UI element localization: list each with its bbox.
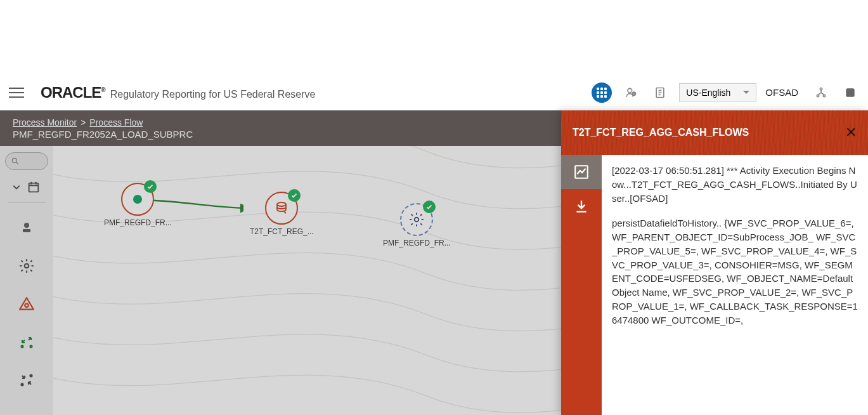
breadcrumb-separator: > <box>81 117 86 128</box>
chevron-down-icon[interactable] <box>13 183 20 191</box>
success-badge-icon <box>288 189 301 202</box>
left-sidebar <box>0 146 53 415</box>
hierarchy-icon[interactable] <box>811 82 831 103</box>
breadcrumb-link-process-monitor[interactable]: Process Monitor <box>13 117 77 128</box>
panel-header: T2T_FCT_REG_AGG_CASH_FLOWS ✕ <box>561 110 868 155</box>
chart-icon <box>573 164 590 180</box>
sidebar-expand-icon[interactable] <box>14 329 39 355</box>
database-icon <box>274 201 289 216</box>
sidebar-row-tools <box>13 180 41 194</box>
user-menu[interactable]: OFSAD <box>765 87 802 98</box>
blank-top-region <box>0 0 868 75</box>
svg-rect-6 <box>846 88 854 96</box>
sidebar-user-icon[interactable] <box>14 215 39 240</box>
svg-point-3 <box>820 88 822 89</box>
process-node-gear[interactable]: PMF_REGFD_FR... <box>383 203 451 247</box>
sidebar-collapse-icon[interactable] <box>14 367 39 393</box>
user-label: OFSAD <box>765 87 798 98</box>
svg-point-16 <box>30 375 32 377</box>
svg-point-14 <box>30 346 32 348</box>
sidebar-gear-icon[interactable] <box>14 253 39 279</box>
panel-tab-activity[interactable] <box>561 155 602 189</box>
close-icon[interactable]: ✕ <box>845 124 857 141</box>
panel-title: T2T_FCT_REG_AGG_CASH_FLOWS <box>573 127 749 138</box>
apps-grid-button[interactable] <box>592 82 612 103</box>
svg-point-9 <box>24 223 29 228</box>
svg-point-11 <box>25 264 29 268</box>
svg-rect-10 <box>23 229 30 232</box>
last-icon[interactable] <box>840 82 860 103</box>
svg-point-0 <box>628 88 632 93</box>
log-line: [2022-03-17 06:50:51.281] *** Activity E… <box>612 164 858 205</box>
svg-point-5 <box>823 95 825 96</box>
success-badge-icon <box>144 180 157 193</box>
search-icon <box>11 157 20 166</box>
details-panel: T2T_FCT_REG_AGG_CASH_FLOWS ✕ [2022-03-17… <box>561 110 868 415</box>
svg-point-13 <box>22 346 23 348</box>
node-label: T2T_FCT_REG_... <box>250 227 314 236</box>
apps-grid-icon <box>597 88 607 98</box>
sidebar-alert-icon[interactable] <box>14 291 39 317</box>
breadcrumb: Process Monitor > Process Flow <box>13 117 193 128</box>
svg-point-12 <box>25 303 28 306</box>
node-label: PMF_REGFD_FR... <box>104 218 172 227</box>
gear-icon <box>408 211 425 228</box>
start-dot-icon <box>133 195 142 204</box>
node-label: PMF_REGFD_FR... <box>383 239 451 247</box>
sidebar-divider <box>8 202 46 202</box>
app-title: Regulatory Reporting for US Federal Rese… <box>110 89 316 100</box>
admin-user-icon[interactable] <box>621 82 641 103</box>
log-line: persistDatafieldToHistory.. {WF_SVC_PROP… <box>612 216 858 327</box>
oracle-logo: ORACLE <box>41 84 105 102</box>
svg-point-18 <box>415 218 419 222</box>
process-node-start[interactable]: PMF_REGFD_FR... <box>104 183 172 227</box>
app-header: ORACLE Regulatory Reporting for US Feder… <box>0 75 868 110</box>
page-title: PMF_REGFD_FR2052A_LOAD_SUBPRC <box>13 129 193 140</box>
language-value: US-English <box>686 88 730 98</box>
document-icon[interactable] <box>650 82 670 103</box>
chevron-down-icon <box>743 91 749 94</box>
panel-log-content: [2022-03-17 06:50:51.281] *** Activity E… <box>602 155 868 415</box>
menu-hamburger-icon[interactable] <box>8 84 25 102</box>
svg-point-15 <box>22 384 23 386</box>
download-icon <box>573 198 590 214</box>
svg-point-4 <box>817 95 819 96</box>
header-right-tools: US-English OFSAD <box>592 82 860 103</box>
search-input[interactable] <box>5 152 48 170</box>
svg-point-7 <box>12 158 16 162</box>
logo-block: ORACLE Regulatory Reporting for US Feder… <box>41 84 315 102</box>
success-badge-icon <box>423 201 436 213</box>
language-dropdown[interactable]: US-English <box>679 83 756 102</box>
calendar-icon[interactable] <box>27 180 41 194</box>
panel-tab-download[interactable] <box>561 189 602 223</box>
breadcrumb-link-process-flow[interactable]: Process Flow <box>89 117 143 128</box>
svg-point-17 <box>277 202 286 206</box>
panel-tab-strip <box>561 155 602 415</box>
process-node-t2t[interactable]: T2T_FCT_REG_... <box>250 192 314 236</box>
svg-rect-8 <box>29 183 39 192</box>
